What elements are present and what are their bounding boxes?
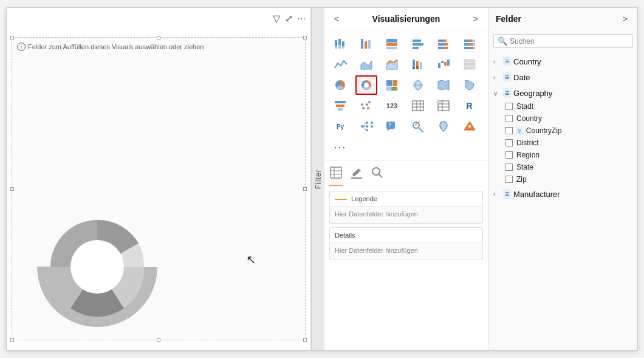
canvas-panel: ▽ ⤢ ··· i Felder zum Auffüllen dieses Vi… [7, 8, 311, 350]
viz-icon-ribbon[interactable] [407, 55, 429, 74]
svg-rect-15 [413, 43, 423, 46]
legend-drop-box[interactable]: Hier Datenfelder hinzufügen [330, 206, 482, 223]
viz-icon-key-influencers[interactable] [407, 117, 429, 136]
viz-icon-map[interactable] [433, 75, 454, 95]
viz-icon-decomp-tree[interactable] [355, 117, 377, 136]
svg-rect-52 [391, 87, 397, 91]
svg-rect-28 [473, 43, 475, 46]
resize-handle-br[interactable] [303, 338, 307, 342]
svg-text:?: ? [388, 122, 391, 128]
viz-icon-treemap[interactable] [381, 75, 403, 95]
viz-icon-qna[interactable]: ? [381, 117, 403, 136]
resize-handle-mr[interactable] [303, 187, 307, 191]
viz-icon-globe[interactable] [407, 75, 429, 95]
viz-icon-r[interactable]: R [459, 96, 481, 115]
field-item-country[interactable]: Country [505, 112, 637, 125]
checkbox-country[interactable] [505, 115, 513, 122]
viz-icon-donut[interactable] [355, 75, 377, 95]
viz-icon-line-area[interactable] [381, 55, 403, 74]
fields-header: Felder > [488, 8, 637, 30]
viz-icon-waterfall[interactable] [433, 55, 454, 74]
viz-tab-fields[interactable] [329, 166, 343, 186]
checkbox-zip[interactable] [505, 176, 513, 183]
viz-tab-format[interactable] [350, 166, 363, 186]
filter-tab[interactable]: Filter [311, 8, 324, 350]
field-item-stadt[interactable]: Stadt [505, 100, 637, 112]
more-options-icon[interactable]: ··· [298, 13, 306, 24]
resize-handle-tl[interactable] [10, 36, 14, 40]
svg-rect-11 [386, 39, 397, 43]
fields-nav-right[interactable]: > [620, 13, 630, 25]
svg-point-75 [361, 125, 363, 128]
search-input[interactable] [510, 37, 628, 46]
svg-rect-44 [464, 63, 475, 66]
checkbox-countryzip[interactable] [505, 127, 513, 134]
field-group-geography-header[interactable]: ∨ ≡ Geography [488, 86, 637, 100]
field-item-region[interactable]: Region [505, 149, 637, 161]
viz-fields-section: Legende Hier Datenfelder hinzufügen Deta… [324, 161, 488, 350]
viz-icon-100pct-bar[interactable] [381, 34, 403, 53]
viz-icon-stacked-h-bar[interactable] [433, 34, 454, 53]
fields-search-bar[interactable]: 🔍 [493, 34, 632, 48]
resize-handle-ml[interactable] [10, 187, 14, 191]
checkbox-region[interactable] [505, 151, 513, 159]
viz-icon-matrix[interactable] [433, 96, 454, 115]
viz-icon-table[interactable] [407, 96, 429, 115]
viz-icon-h-bar[interactable] [407, 34, 429, 53]
checkbox-state[interactable] [505, 164, 513, 171]
resize-handle-bl[interactable] [10, 338, 14, 342]
svg-marker-32 [361, 61, 372, 69]
svg-rect-49 [386, 80, 392, 86]
field-item-zip[interactable]: Zip [505, 173, 637, 185]
svg-point-80 [371, 125, 373, 128]
svg-rect-7 [342, 46, 344, 49]
svg-rect-45 [464, 67, 475, 69]
viz-icon-area[interactable] [355, 55, 377, 74]
country-table-icon: ≡ [503, 57, 511, 66]
viz-nav-left[interactable]: < [332, 13, 341, 25]
viz-icon-paint[interactable] [459, 117, 481, 136]
svg-rect-93 [331, 167, 341, 178]
svg-line-100 [379, 174, 382, 177]
viz-icon-funnel[interactable] [329, 96, 351, 115]
svg-point-64 [367, 107, 369, 109]
field-item-district[interactable]: District [505, 137, 637, 149]
details-label: Details [330, 228, 482, 243]
viz-icon-pie[interactable] [329, 75, 351, 95]
field-group-country-header[interactable]: › ≡ Country [488, 54, 637, 69]
viz-icon-shape-map[interactable] [459, 75, 481, 95]
checkbox-district[interactable] [505, 139, 513, 146]
resize-handle-tm[interactable] [157, 36, 160, 40]
viz-icon-multi-row[interactable] [459, 55, 481, 74]
viz-icon-more[interactable]: ··· [329, 137, 351, 157]
svg-rect-51 [386, 87, 391, 91]
field-group-manufacturer-header[interactable]: › ≡ Manufacturer [488, 187, 637, 201]
viz-icon-python[interactable]: Py [329, 117, 351, 136]
viz-icon-custom-map2[interactable] [433, 117, 454, 136]
svg-rect-58 [336, 105, 344, 107]
resize-handle-tr[interactable] [303, 36, 307, 40]
field-item-state[interactable]: State [505, 161, 637, 173]
svg-rect-8 [361, 39, 363, 49]
viz-icon-stacked-bar[interactable] [329, 34, 351, 53]
resize-handle-bm[interactable] [157, 338, 160, 342]
svg-rect-27 [470, 43, 473, 46]
viz-nav-right[interactable]: > [471, 13, 481, 25]
fields-list: › ≡ Country › ≡ Date ∨ ≡ Geography [488, 52, 637, 350]
viz-icon-scatter[interactable] [355, 96, 377, 115]
viz-icon-100pct-h-bar[interactable] [459, 34, 481, 53]
svg-point-60 [362, 107, 365, 109]
filter-icon[interactable]: ▽ [273, 13, 280, 24]
viz-icon-line[interactable] [329, 55, 351, 74]
viz-icon-num[interactable]: 123 [381, 96, 403, 115]
viz-tab-analytics[interactable] [371, 166, 384, 186]
svg-rect-22 [444, 47, 448, 49]
field-item-countryzip[interactable]: ≡ CountryZip [505, 125, 637, 137]
svg-point-77 [366, 125, 368, 128]
field-group-date-header[interactable]: › ≡ Date [488, 70, 637, 84]
viz-icon-bar[interactable] [355, 34, 377, 53]
date-table-icon: ≡ [503, 72, 511, 82]
expand-icon[interactable]: ⤢ [285, 13, 293, 24]
checkbox-stadt[interactable] [505, 103, 513, 110]
details-drop-box[interactable]: Hier Datenfelder hinzufügen [330, 243, 482, 260]
